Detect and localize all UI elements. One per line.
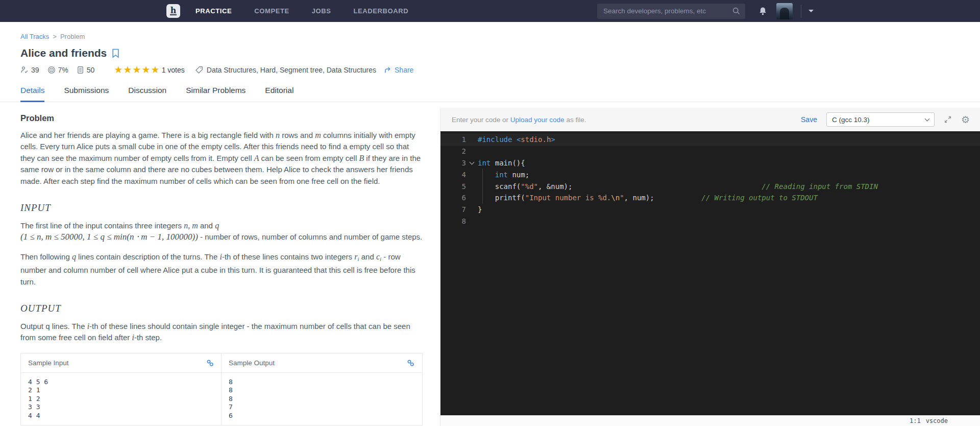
code-line[interactable]: 7}: [440, 204, 980, 216]
sample-input-cell: Sample Input 4 5 6 2 1 1 2 3 3 4 4: [21, 353, 222, 425]
star-rating: ★★★★★: [114, 65, 160, 75]
language-select[interactable]: C (gcc 10.3): [826, 112, 935, 127]
problem-paragraph: Alice and her friends are playing a game…: [20, 130, 423, 187]
code-line[interactable]: 8: [440, 216, 980, 227]
code-area[interactable]: 1#include <stdio.h>23int main(){4 int nu…: [440, 131, 980, 415]
account-menu-caret-icon[interactable]: [808, 10, 814, 12]
code-lines: 1#include <stdio.h>23int main(){4 int nu…: [440, 134, 980, 227]
page-title: Alice and friends: [20, 47, 107, 59]
success-rate-icon: [47, 66, 56, 74]
problem-heading: Problem: [20, 113, 424, 123]
tags-text[interactable]: Data Structures, Hard, Segment tree, Dat…: [207, 66, 376, 74]
output-heading: OUTPUT: [20, 303, 424, 314]
sample-input-header: Sample Input: [28, 359, 69, 367]
sample-input-link-icon[interactable]: [206, 359, 214, 367]
code-line[interactable]: 2: [440, 146, 980, 157]
select-chevron-down-icon: [925, 116, 930, 121]
nav-items: PRACTICECOMPETEJOBSLEADERBOARD: [195, 7, 431, 15]
nav-item-leaderboard[interactable]: LEADERBOARD: [354, 7, 409, 15]
code-line[interactable]: 3int main(){: [440, 157, 980, 169]
votes-label: 1 votes: [162, 66, 185, 74]
code-line[interactable]: 6 printf("Input number is %d.\n", num); …: [440, 192, 980, 204]
breadcrumb-current: Problem: [60, 33, 85, 40]
star-icon[interactable]: ★: [142, 65, 151, 75]
save-button[interactable]: Save: [801, 115, 817, 124]
tab-submissions[interactable]: Submissions: [64, 86, 109, 102]
nav-divider: [801, 5, 801, 18]
code-line[interactable]: 4 int num;: [440, 169, 980, 180]
page: h PRACTICECOMPETEJOBSLEADERBOARD All Tra…: [0, 0, 980, 426]
sample-table: Sample Input 4 5 6 2 1 1 2 3 3 4 4 Sampl…: [20, 353, 423, 425]
star-icon[interactable]: ★: [132, 65, 141, 75]
max-score-value: 50: [87, 66, 95, 74]
share-icon: [384, 66, 392, 74]
editor-settings-gear-icon[interactable]: ⚙: [961, 115, 970, 125]
attempts-stat: 39: [20, 66, 39, 74]
output-paragraph: Output q lines. The i-th of these lines …: [20, 321, 423, 344]
editor-hint-prefix: Enter your code or: [452, 116, 510, 124]
max-score-icon: [77, 66, 84, 74]
tab-similar-problems[interactable]: Similar Problems: [186, 86, 246, 102]
star-icon[interactable]: ★: [114, 65, 123, 75]
bookmark-icon[interactable]: [112, 49, 119, 58]
nav-item-jobs[interactable]: JOBS: [312, 7, 331, 15]
max-score-stat: 50: [77, 66, 95, 74]
input-paragraph-2: Then following q lines contain descripti…: [20, 251, 423, 288]
notifications-bell-icon[interactable]: [758, 7, 767, 16]
breadcrumb-all-tracks-link[interactable]: All Tracks: [20, 33, 49, 40]
sample-output-link-icon[interactable]: [407, 359, 414, 367]
search-wrap: [597, 4, 745, 19]
code-line[interactable]: 5 scanf("%d", &num); // Reading input fr…: [440, 180, 980, 192]
editor-mode[interactable]: vscode: [926, 417, 948, 424]
success-rate-value: 7%: [58, 66, 68, 74]
sample-input-pre[interactable]: 4 5 6 2 1 1 2 3 3 4 4: [28, 378, 214, 420]
tags-group: Data Structures, Hard, Segment tree, Dat…: [195, 65, 376, 74]
star-icon[interactable]: ★: [123, 65, 132, 75]
input-heading: INPUT: [20, 202, 424, 214]
success-rate-stat: 7%: [47, 66, 68, 74]
sample-output-pre[interactable]: 8 8 8 7 6: [229, 378, 414, 420]
cursor-position: 1:1: [910, 417, 921, 424]
logo-h-glyph: h: [170, 7, 177, 15]
fullscreen-expand-icon[interactable]: [944, 115, 952, 124]
upload-code-link[interactable]: Upload your code: [510, 116, 565, 124]
code-editor-panel: Enter your code or Upload your code as f…: [440, 108, 980, 426]
sample-output-cell: Sample Output 8 8 8 7 6: [221, 353, 422, 425]
problem-content: Problem Alice and her friends are playin…: [0, 113, 424, 425]
breadcrumb-separator: >: [53, 33, 57, 40]
navbar: h PRACTICECOMPETEJOBSLEADERBOARD: [0, 0, 980, 22]
tabs: DetailsSubmissionsDiscussionSimilar Prob…: [0, 86, 980, 102]
stats-row: 39 7% 50 ★★★★★ 1 votes Data Structu: [20, 65, 980, 75]
code-line[interactable]: 1#include <stdio.h>: [440, 134, 980, 146]
attempts-value: 39: [31, 66, 39, 74]
share-button[interactable]: Share: [384, 66, 413, 74]
tab-editorial[interactable]: Editorial: [265, 86, 293, 102]
nav-item-practice[interactable]: PRACTICE: [195, 7, 232, 15]
language-selected-value: C (gcc 10.3): [832, 116, 870, 124]
search-icon[interactable]: [732, 7, 740, 15]
nav-item-compete[interactable]: COMPETE: [254, 7, 289, 15]
breadcrumb: All Tracks > Problem: [20, 33, 980, 40]
hackerrank-logo[interactable]: h: [166, 4, 180, 18]
star-icon[interactable]: ★: [151, 65, 160, 75]
tab-discussion[interactable]: Discussion: [128, 86, 166, 102]
sample-output-header: Sample Output: [229, 359, 275, 367]
tag-icon: [195, 65, 204, 74]
user-avatar[interactable]: [776, 3, 793, 19]
indent-guide: [482, 169, 483, 204]
editor-header: Enter your code or Upload your code as f…: [440, 108, 980, 131]
share-label: Share: [395, 66, 413, 74]
attempts-icon: [20, 66, 29, 74]
search-input[interactable]: [597, 4, 745, 19]
tab-details[interactable]: Details: [20, 86, 44, 102]
editor-hint-suffix: as file.: [565, 116, 586, 124]
editor-status-bar: 1:1 vscode: [440, 415, 980, 426]
input-paragraph-1: The first line of the input contains thr…: [20, 220, 423, 243]
